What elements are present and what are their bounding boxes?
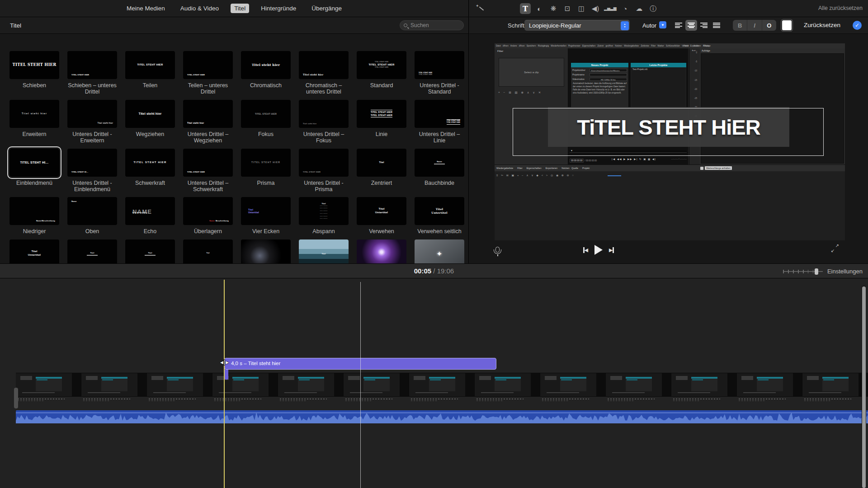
play-button[interactable] (594, 245, 603, 255)
title-item[interactable]: TITEL STEHT HIERSchieben – unteres Dritt… (67, 51, 117, 95)
title-thumbnail[interactable]: NAMEName Beschreibung (125, 197, 175, 225)
volume-icon[interactable]: ◀) (590, 3, 601, 14)
title-item[interactable] (241, 239, 291, 263)
title-item[interactable]: TitelUntertitelVier Ecken (241, 197, 291, 235)
video-clip-frame[interactable] (540, 373, 606, 403)
title-thumbnail[interactable]: TITEL STEHT HIERTITEL STEHT HIERTITEL ST… (357, 51, 406, 79)
tab--berg-nge[interactable]: Übergänge (308, 4, 345, 13)
noise-reduction-icon[interactable]: ☁ (634, 3, 645, 14)
title-item[interactable] (357, 239, 406, 263)
italic-button[interactable]: I (747, 20, 762, 31)
search-field[interactable] (400, 20, 464, 30)
title-thumbnail[interactable]: TITEL STEHT HIER (183, 149, 233, 177)
font-stepper-icon[interactable]: ▲▼ (621, 21, 629, 30)
title-item[interactable]: TITEL STEHT HIERTeilen – unteres Drittel (183, 51, 233, 95)
tab-audio-video[interactable]: Audio & Video (177, 4, 222, 13)
tab-meine-medien[interactable]: Meine Medien (123, 4, 169, 13)
title-item[interactable]: Titel—— ————— ————— ————— ————— ————— ——… (299, 197, 349, 235)
title-item[interactable]: Titel steht hierChromatisch – unteres Dr… (299, 51, 349, 95)
video-clip-frame[interactable] (147, 373, 212, 403)
title-thumbnail[interactable]: TITEL STEHT HIER (299, 149, 349, 177)
align-right-button[interactable] (698, 20, 710, 31)
title-item[interactable]: NameOben (67, 197, 117, 235)
title-thumbnail[interactable]: Name (415, 149, 464, 177)
title-thumbnail[interactable]: TITEL STEHT HI… (9, 149, 59, 177)
apply-check-button[interactable]: ✓ (853, 21, 862, 30)
track-handle[interactable] (14, 388, 18, 408)
voiceover-mic-icon[interactable] (495, 247, 500, 253)
title-thumbnail[interactable]: TITEL STEHT HIER (67, 51, 117, 79)
video-clip-frame[interactable] (475, 373, 540, 403)
title-thumbnail[interactable]: Titel steht hier (299, 100, 349, 128)
title-thumbnail[interactable]: Name (67, 197, 117, 225)
title-thumbnail[interactable]: TitelUntertitel (357, 197, 406, 225)
info-icon[interactable]: ⓘ (648, 3, 659, 14)
title-thumbnail[interactable]: Titel steht hier (9, 100, 59, 128)
timeline-zoom-slider[interactable] (783, 268, 823, 275)
title-thumbnail[interactable]: TitelUntertitel (9, 239, 59, 263)
title-thumbnail[interactable] (241, 239, 291, 263)
title-thumbnail[interactable]: NameBeschreibung (183, 197, 233, 225)
title-item[interactable]: TITEL STEHT HIERSchwerkraft (125, 149, 175, 193)
title-thumbnail[interactable]: TITEL STEHT HI… (67, 149, 117, 177)
tab-titel[interactable]: Titel (231, 4, 249, 13)
font-select[interactable]: Loopiejuice-Regular ▲▼ (524, 20, 630, 31)
title-thumbnail[interactable]: Titel steht hier (183, 100, 233, 128)
title-thumbnail[interactable]: TITEL STEHT HIER (125, 51, 175, 79)
title-thumbnail[interactable]: TITEL STEHT HIERTITEL STEHT HIER (415, 51, 464, 79)
title-item[interactable]: TitelUntertitel (9, 239, 59, 263)
title-item[interactable]: TITEL STEHT HIERUnteres Drittel – Schwer… (183, 149, 233, 193)
align-left-button[interactable] (673, 20, 684, 31)
title-item[interactable]: Titel (67, 239, 117, 263)
title-thumbnail[interactable]: Titel steht hier (125, 100, 175, 128)
title-item[interactable]: NAMEName BeschreibungEcho (125, 197, 175, 235)
title-item[interactable]: TitelUntertitelVerwehen seitlich (415, 197, 464, 235)
title-item[interactable]: TITEL STEHT HIERFokus (241, 100, 291, 144)
video-clip-frame[interactable] (737, 373, 802, 403)
reset-all-button[interactable]: Alle zurücksetzen (818, 5, 863, 11)
title-item[interactable]: TITEL STEHT HIERSchieben (9, 51, 59, 95)
title-item[interactable]: ✦ (415, 239, 464, 263)
fullscreen-icon[interactable]: ↗↙ (831, 244, 839, 252)
video-clip-frame[interactable] (212, 373, 278, 403)
title-thumbnail[interactable]: TITEL STEHT HIER (241, 149, 291, 177)
title-thumbnail[interactable]: TITEL STEHT HIER (241, 100, 291, 128)
title-thumbnail[interactable]: Titel (183, 239, 233, 263)
video-clip-frame[interactable] (81, 373, 147, 403)
title-thumbnail[interactable]: TITEL STEHT HIER (183, 51, 233, 79)
title-item[interactable]: Titel (299, 239, 349, 263)
reset-button[interactable]: Zurücksetzen (804, 22, 840, 28)
skip-forward-button[interactable]: ▶ (609, 247, 614, 253)
title-item[interactable]: TITEL STEHT HIERTITEL STEHT HIERUnteres … (415, 51, 464, 95)
title-thumbnail[interactable]: Titel (67, 239, 117, 263)
title-item[interactable]: TITEL STEHT HI…Unteres Drittel - Einblen… (67, 149, 117, 193)
align-justify-button[interactable] (711, 20, 722, 31)
title-item[interactable]: Titel steht hierChromatisch (241, 51, 291, 95)
enhance-wand-icon[interactable] (476, 5, 485, 13)
bold-button[interactable]: B (733, 20, 747, 31)
author-dropdown-icon[interactable]: ▼ (659, 21, 666, 28)
align-center-button[interactable] (685, 20, 697, 31)
skip-back-button[interactable]: ◀ (583, 247, 588, 253)
title-item[interactable]: Titel steht hierUnteres Drittel – Fokus (299, 100, 349, 144)
color-correction-icon[interactable]: ❋ (548, 3, 559, 14)
text-color-swatch[interactable] (781, 19, 793, 31)
title-item[interactable]: TITEL STEHT HIERTITEL STEHT HIERUnteres … (415, 100, 464, 144)
settings-button[interactable]: Einstellungen (827, 268, 863, 275)
title-thumbnail[interactable]: Titel—— ————— ————— ————— ————— ————— ——… (299, 197, 349, 225)
title-item[interactable]: Titel steht hierErweitern (9, 100, 59, 144)
title-item[interactable]: TITEL STEHT HIERPrisma (241, 149, 291, 193)
speed-icon[interactable]: ◔ (620, 3, 631, 14)
title-thumbnail[interactable]: Titel (125, 239, 175, 263)
title-item[interactable]: TITEL STEHT HI…Einblendmenü (9, 149, 59, 193)
title-item[interactable]: Titel steht hierUnteres Drittel - Erweit… (67, 100, 117, 144)
title-item[interactable]: Name/BeschreibungNiedriger (9, 197, 59, 235)
search-input[interactable] (410, 22, 460, 29)
title-item[interactable]: TITEL STEHT HIERTITEL STEHT HIERTITEL ST… (357, 51, 406, 95)
title-item[interactable]: Titel steht hierUnteres Drittel – Wegzie… (183, 100, 233, 144)
video-clip-frame[interactable] (16, 373, 81, 403)
title-thumbnail[interactable]: Titel (299, 239, 349, 263)
equalizer-icon[interactable]: ▂▅▃▆ (604, 3, 617, 14)
tab-hintergr-nde[interactable]: Hintergründe (257, 4, 300, 13)
title-thumbnail[interactable]: TITEL STEHT HIERTITEL STEHT HIER (357, 100, 406, 128)
